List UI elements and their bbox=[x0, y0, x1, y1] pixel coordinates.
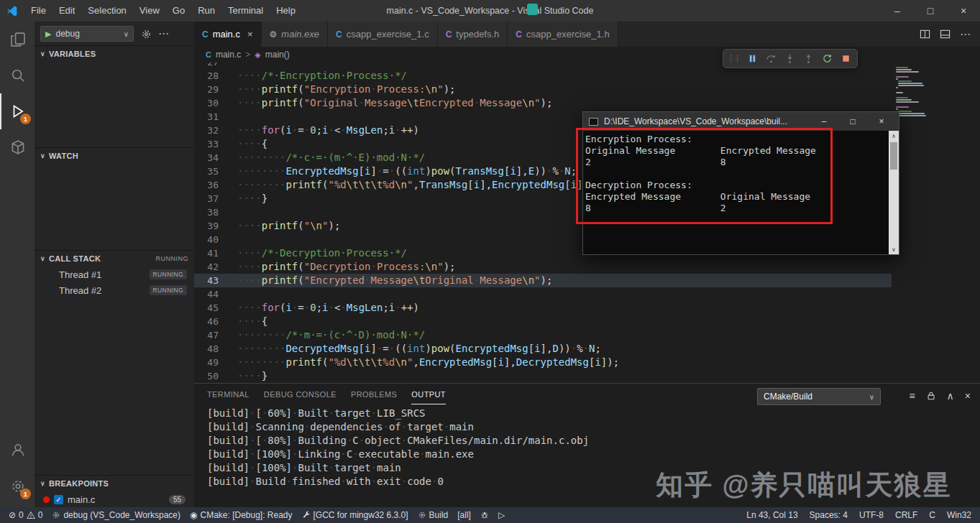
code-line[interactable]: 29····printf("Encryption·Process:\n"); bbox=[194, 83, 892, 96]
status-encoding[interactable]: UTF-8 bbox=[859, 510, 884, 520]
breadcrumb-file[interactable]: main.c bbox=[216, 50, 241, 60]
line-number[interactable]: 29 bbox=[194, 83, 232, 96]
breakpoint-checkbox[interactable]: ✓ bbox=[54, 495, 63, 504]
editor-tab-typedefs.h[interactable]: Ctypedefs.h bbox=[438, 22, 508, 47]
activity-item-search[interactable] bbox=[0, 57, 35, 93]
layout-button[interactable] bbox=[940, 29, 951, 40]
breadcrumb-symbol[interactable]: main() bbox=[265, 50, 290, 60]
menu-run[interactable]: Run bbox=[191, 0, 221, 22]
menu-go[interactable]: Go bbox=[166, 0, 191, 22]
lock-scroll-button[interactable] bbox=[926, 391, 936, 401]
split-editor-button[interactable] bbox=[920, 29, 930, 40]
line-number[interactable]: 40 bbox=[194, 233, 232, 246]
scroll-up-arrow[interactable]: ∧ bbox=[889, 131, 899, 141]
close-panel-button[interactable]: × bbox=[965, 390, 971, 402]
activity-item-manage[interactable]: 1 bbox=[0, 468, 35, 504]
drag-handle[interactable]: ⋮⋮ bbox=[725, 54, 743, 63]
code-line[interactable]: 28····/*·Encryption·Process·*/ bbox=[194, 69, 892, 83]
line-number[interactable]: 47 bbox=[194, 328, 232, 342]
console-minimize-button[interactable]: – bbox=[812, 112, 835, 131]
debug-start-icon[interactable]: ▶ bbox=[45, 29, 51, 39]
panel-tab-problems[interactable]: PROBLEMS bbox=[351, 385, 397, 404]
section-watch[interactable]: ∨ WATCH bbox=[35, 148, 194, 164]
menu-help[interactable]: Help bbox=[270, 0, 302, 22]
scroll-down-arrow[interactable]: ∨ bbox=[889, 244, 899, 254]
callstack-thread-row[interactable]: Thread #2RUNNING bbox=[35, 282, 194, 298]
panel-tab-output[interactable]: OUTPUT bbox=[411, 385, 446, 404]
activity-item-extensions[interactable] bbox=[0, 129, 35, 165]
stop-button[interactable] bbox=[836, 50, 855, 68]
line-number[interactable]: 28 bbox=[194, 69, 232, 83]
section-breakpoints[interactable]: ∨ BREAKPOINTS bbox=[35, 476, 194, 491]
line-number[interactable]: 44 bbox=[194, 287, 232, 301]
pause-button[interactable] bbox=[743, 50, 761, 68]
editor-tab-csapp_exercise_1.c[interactable]: Ccsapp_exercise_1.c bbox=[328, 22, 438, 47]
line-number[interactable]: 35 bbox=[194, 165, 232, 178]
output-menu-icon[interactable]: ≡ bbox=[909, 390, 915, 402]
line-number[interactable]: 39 bbox=[194, 219, 232, 233]
status-eol[interactable]: CRLF bbox=[895, 510, 917, 520]
section-callstack[interactable]: ∨ CALL STACK RUNNING bbox=[35, 251, 194, 267]
maximize-panel-button[interactable]: ∧ bbox=[947, 390, 954, 402]
status-cursor-position[interactable]: Ln 43, Col 13 bbox=[746, 510, 797, 520]
line-number[interactable]: 41 bbox=[194, 246, 232, 260]
console-scrollbar[interactable]: ∧ ∨ bbox=[889, 131, 899, 254]
line-number[interactable]: 31 bbox=[194, 110, 232, 124]
status-debug-button[interactable] bbox=[480, 511, 489, 519]
status-problems[interactable]: ⊘00 bbox=[9, 510, 42, 520]
code-line[interactable]: 48········DecryptedMsg[i]·=·((int)pow(En… bbox=[194, 342, 892, 356]
activity-item-explorer[interactable] bbox=[0, 22, 35, 57]
line-number[interactable]: 34 bbox=[194, 151, 232, 165]
maximize-button[interactable]: □ bbox=[914, 0, 947, 22]
line-number[interactable]: 50 bbox=[194, 369, 232, 383]
breadcrumb[interactable]: C main.c > ◈ main() bbox=[194, 47, 980, 63]
scroll-thumb[interactable] bbox=[890, 142, 897, 170]
activity-item-run-debug[interactable]: 1 bbox=[0, 93, 35, 129]
debug-config-select[interactable]: ▶ debug ∨ bbox=[40, 26, 134, 42]
activity-item-accounts[interactable] bbox=[0, 432, 35, 468]
panel-tab-terminal[interactable]: TERMINAL bbox=[207, 385, 249, 404]
menu-view[interactable]: View bbox=[133, 0, 166, 22]
code-line[interactable]: 43····printf("Encrypted·Message\tOrigina… bbox=[194, 274, 892, 287]
line-number[interactable]: 48 bbox=[194, 342, 232, 356]
line-number[interactable]: 37 bbox=[194, 192, 232, 205]
close-icon[interactable]: × bbox=[247, 29, 253, 40]
step-out-button[interactable] bbox=[799, 50, 818, 68]
line-number[interactable]: 30 bbox=[194, 96, 232, 110]
code-line[interactable]: 42····printf("Decryption·Process:\n"); bbox=[194, 260, 892, 274]
close-button[interactable]: × bbox=[947, 0, 980, 22]
debug-more-button[interactable]: ⋯ bbox=[158, 27, 170, 40]
menu-terminal[interactable]: Terminal bbox=[221, 0, 270, 22]
status-cmake-status[interactable]: ◉CMake: [Debug]: Ready bbox=[190, 510, 293, 520]
code-line[interactable]: 47········/*·m·=·(c·^·D)·mod·N·*/ bbox=[194, 328, 892, 342]
console-window[interactable]: D:\IDE_Workspace\VS_Code_Workspace\buil.… bbox=[582, 111, 899, 255]
line-number[interactable]: 46 bbox=[194, 315, 232, 328]
code-line[interactable]: 44 bbox=[194, 287, 892, 301]
status-platform[interactable]: Win32 bbox=[947, 510, 971, 520]
line-number[interactable]: 42 bbox=[194, 260, 232, 274]
debug-settings-gear-button[interactable] bbox=[139, 27, 153, 41]
console-titlebar[interactable]: D:\IDE_Workspace\VS_Code_Workspace\buil.… bbox=[583, 112, 899, 131]
status-build-target[interactable]: [all] bbox=[457, 510, 471, 520]
code-line[interactable]: 50····} bbox=[194, 369, 892, 383]
status-kit[interactable]: [GCC for mingw32 6.3.0] bbox=[302, 510, 408, 520]
line-number[interactable]: 38 bbox=[194, 205, 232, 219]
code-line[interactable]: 46····{ bbox=[194, 315, 892, 328]
editor-tab-csapp_exercise_1.h[interactable]: Ccsapp_exercise_1.h bbox=[508, 22, 618, 47]
line-number[interactable]: 49 bbox=[194, 356, 232, 369]
callstack-thread-row[interactable]: Thread #1RUNNING bbox=[35, 267, 194, 282]
menu-selection[interactable]: Selection bbox=[81, 0, 132, 22]
status-build-button[interactable]: Build bbox=[418, 510, 449, 520]
step-over-button[interactable] bbox=[761, 50, 780, 68]
line-number[interactable]: 43 bbox=[194, 274, 232, 287]
console-close-button[interactable]: × bbox=[870, 112, 893, 131]
code-line[interactable]: 45····for(i·=·0;i·<·MsgLen;i·++) bbox=[194, 301, 892, 315]
step-into-button[interactable] bbox=[780, 50, 799, 68]
section-variables[interactable]: ∨ VARIABLES bbox=[35, 46, 194, 62]
status-language[interactable]: C bbox=[929, 510, 935, 520]
panel-tab-debug-console[interactable]: DEBUG CONSOLE bbox=[264, 385, 336, 404]
editor-more-button[interactable]: ⋯ bbox=[960, 28, 971, 41]
editor-tab-main.exe[interactable]: ⚙main.exe bbox=[262, 22, 329, 47]
menu-file[interactable]: File bbox=[24, 0, 52, 22]
editor-tab-main.c[interactable]: Cmain.c× bbox=[194, 22, 262, 47]
